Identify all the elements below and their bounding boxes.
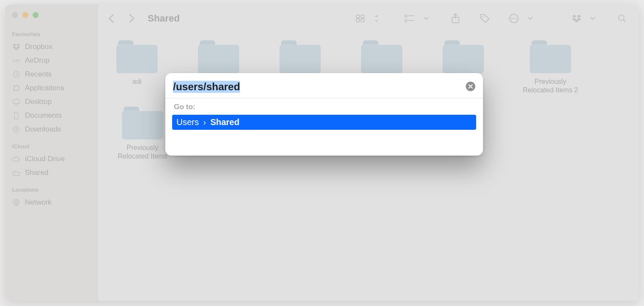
dropbox-icon (12, 43, 21, 51)
sidebar-item-network[interactable]: Network (9, 196, 93, 209)
share-button[interactable] (448, 12, 463, 25)
sidebar-item-label: iCloud Drive (25, 155, 65, 163)
sidebar-item-label: Recents (25, 70, 52, 79)
shared-icon (12, 169, 21, 177)
path-segment: Shared (210, 117, 240, 127)
go-to-result-row[interactable]: Users › Shared (172, 115, 476, 130)
svg-point-13 (482, 16, 483, 18)
folder-label: adi (132, 77, 141, 86)
sidebar-item-applications[interactable]: Applications (9, 81, 93, 95)
sidebar-item-label: Dropbox (25, 43, 52, 51)
svg-point-16 (513, 18, 514, 19)
sidebar-item-downloads[interactable]: Downloads (9, 122, 93, 136)
window-traffic-lights (12, 12, 93, 18)
chevron-right-icon: › (203, 117, 206, 127)
maximise-window-button[interactable] (33, 12, 39, 18)
airdrop-icon (12, 57, 21, 64)
sidebar-item-recents[interactable]: Recents (9, 67, 93, 81)
svg-rect-2 (14, 86, 19, 91)
dropbox-toolbar-menu[interactable] (569, 12, 600, 25)
svg-rect-6 (356, 15, 359, 18)
more-menu[interactable] (507, 12, 538, 25)
svg-point-15 (511, 18, 512, 19)
clear-input-button[interactable] (466, 82, 475, 91)
svg-rect-8 (356, 19, 359, 22)
sidebar-item-label: AirDrop (25, 56, 50, 65)
sidebar-item-documents[interactable]: Documents (9, 109, 93, 122)
sidebar-item-airdrop[interactable]: AirDrop (9, 54, 93, 67)
window-title: Shared (148, 13, 180, 24)
folder-icon (279, 40, 321, 73)
svg-rect-10 (405, 15, 407, 17)
folder-icon (530, 40, 571, 73)
sidebar-item-label: Documents (25, 111, 62, 120)
svg-point-0 (15, 60, 18, 62)
divider (165, 98, 483, 98)
folder-icon (122, 107, 163, 139)
svg-rect-11 (405, 20, 407, 22)
sidebar-item-label: Downloads (25, 125, 61, 134)
desktop-icon (12, 98, 21, 106)
folder-icon (443, 40, 484, 73)
svg-rect-7 (361, 15, 364, 18)
go-to-path-input[interactable] (172, 79, 476, 97)
sidebar-item-label: Shared (25, 168, 49, 177)
chevron-down-icon (523, 12, 538, 25)
network-icon (12, 199, 21, 206)
folder-label: Previously Relocated Items 2 (518, 77, 583, 95)
grid-icon (353, 12, 368, 25)
search-button[interactable] (615, 12, 629, 25)
folder-icon (198, 40, 239, 73)
sidebar-item-label: Network (25, 198, 52, 207)
back-button[interactable] (104, 12, 118, 25)
go-to-label: Go to: (174, 103, 476, 111)
close-window-button[interactable] (12, 12, 18, 18)
sidebar-item-dropbox[interactable]: Dropbox (9, 40, 93, 54)
downloads-icon (12, 125, 21, 133)
documents-icon (12, 112, 21, 119)
applications-icon (12, 84, 21, 92)
sidebar-item-shared[interactable]: Shared (9, 166, 93, 180)
path-segment: Users (176, 117, 199, 127)
sidebar-item-icloud-drive[interactable]: iCloud Drive (9, 152, 93, 166)
sidebar-section-favourites: Favourites (12, 31, 91, 37)
recents-icon (12, 70, 21, 78)
svg-rect-3 (13, 99, 20, 104)
folder-item[interactable]: Previously Relocated Items 2 (516, 40, 585, 95)
svg-point-18 (619, 15, 624, 21)
ellipsis-circle-icon (507, 12, 521, 25)
icloud-icon (12, 155, 21, 163)
svg-point-17 (515, 18, 516, 19)
chevron-down-icon (586, 12, 600, 25)
sidebar: Favourites Dropbox AirDrop Recents Appli… (5, 4, 98, 301)
sidebar-item-desktop[interactable]: Desktop (9, 95, 93, 109)
chevron-down-icon (419, 12, 434, 25)
go-to-folder-popover: Go to: Users › Shared (165, 73, 483, 156)
svg-rect-9 (361, 19, 364, 22)
view-switcher[interactable] (353, 12, 384, 25)
folder-icon (361, 40, 402, 73)
sidebar-item-label: Desktop (25, 98, 52, 106)
forward-button[interactable] (125, 12, 139, 25)
updown-icon (369, 12, 384, 25)
folder-icon (116, 40, 158, 73)
folder-item[interactable]: adi (108, 40, 166, 95)
dropbox-icon (569, 12, 584, 25)
minimise-window-button[interactable] (22, 12, 28, 18)
group-icon (403, 12, 417, 25)
toolbar: Shared (98, 4, 639, 33)
group-menu[interactable] (403, 12, 434, 25)
tags-button[interactable] (477, 12, 492, 25)
sidebar-section-icloud: iCloud (12, 143, 91, 150)
sidebar-section-locations: Locations (12, 187, 91, 193)
sidebar-item-label: Applications (25, 84, 64, 92)
